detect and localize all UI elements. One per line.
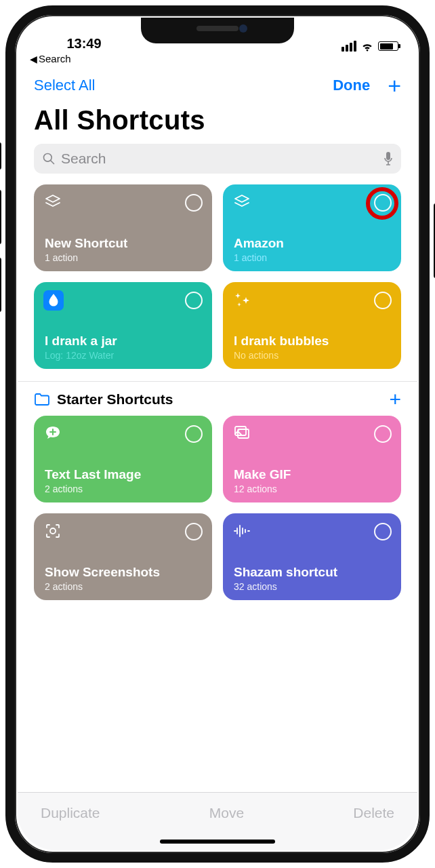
shortcut-card[interactable]: Amazon1 action <box>223 184 401 271</box>
selection-circle[interactable] <box>374 292 392 309</box>
selection-circle[interactable] <box>185 523 203 540</box>
card-subtitle: 2 actions <box>45 484 201 494</box>
selection-circle[interactable] <box>185 292 203 309</box>
svg-point-7 <box>238 429 240 431</box>
dictate-icon[interactable] <box>384 151 393 166</box>
battery-icon <box>378 41 398 51</box>
viewfinder-icon <box>43 521 62 540</box>
back-label: Search <box>39 53 71 64</box>
search-icon <box>42 152 56 165</box>
select-all-button[interactable]: Select All <box>34 77 96 94</box>
card-title: Make GIF <box>234 467 390 482</box>
starter-shortcut-card[interactable]: Shazam shortcut32 actions <box>223 513 401 600</box>
move-button[interactable]: Move <box>209 805 244 821</box>
layers-icon <box>43 193 62 212</box>
device-notch <box>141 18 294 43</box>
chat-plus-icon <box>43 424 62 443</box>
shortcut-card[interactable]: New Shortcut1 action <box>34 184 212 271</box>
selection-circle[interactable] <box>374 425 392 443</box>
svg-point-8 <box>50 528 56 534</box>
card-title: Shazam shortcut <box>234 565 390 580</box>
card-subtitle: No actions <box>234 350 390 361</box>
card-subtitle: 1 action <box>234 252 390 263</box>
selection-circle[interactable] <box>185 194 203 212</box>
card-subtitle: 32 actions <box>234 581 390 592</box>
wifi-icon <box>360 41 374 52</box>
gallery-icon <box>232 424 251 443</box>
card-title: Amazon <box>234 236 390 251</box>
card-subtitle: 12 actions <box>234 484 390 494</box>
shortcut-card[interactable]: I drank a jarLog: 12oz Water <box>34 282 212 369</box>
card-title: I drank bubbles <box>234 334 390 349</box>
starter-shortcut-card[interactable]: Text Last Image2 actions <box>34 416 212 502</box>
svg-rect-2 <box>386 152 390 160</box>
card-subtitle: 1 action <box>45 252 201 263</box>
starter-shortcut-card[interactable]: Make GIF12 actions <box>223 416 401 502</box>
sparkles-icon <box>232 290 251 309</box>
card-title: Show Screenshots <box>45 565 201 580</box>
layers-icon <box>232 193 251 212</box>
starter-shortcut-card[interactable]: Show Screenshots2 actions <box>34 513 212 600</box>
selection-circle[interactable] <box>185 425 203 443</box>
delete-button[interactable]: Delete <box>353 805 394 821</box>
water-app-icon <box>43 290 64 311</box>
home-indicator <box>160 840 275 844</box>
add-shortcut-button[interactable]: + <box>388 79 401 92</box>
cellular-icon <box>341 41 356 52</box>
duplicate-button[interactable]: Duplicate <box>41 805 100 821</box>
shortcut-card[interactable]: I drank bubblesNo actions <box>223 282 401 369</box>
done-button[interactable]: Done <box>333 77 370 94</box>
search-input[interactable] <box>61 151 378 167</box>
card-title: I drank a jar <box>45 334 201 349</box>
chevron-left-icon: ◀ <box>30 54 37 64</box>
back-to-app[interactable]: ◀ Search <box>18 53 417 64</box>
status-time: 13:49 <box>43 36 125 52</box>
card-subtitle: 2 actions <box>45 581 201 592</box>
selection-circle[interactable] <box>374 523 392 540</box>
starter-section-label: Starter Shortcuts <box>57 391 173 408</box>
page-title: All Shortcuts <box>18 101 417 144</box>
add-starter-shortcut-button[interactable]: + <box>389 393 401 406</box>
card-title: Text Last Image <box>45 467 201 482</box>
selection-circle[interactable] <box>374 194 392 212</box>
search-field[interactable] <box>34 144 401 174</box>
card-title: New Shortcut <box>45 236 201 251</box>
card-subtitle: Log: 12oz Water <box>45 350 201 361</box>
svg-line-1 <box>51 161 54 164</box>
waveform-icon <box>232 521 251 540</box>
folder-icon <box>34 393 50 406</box>
